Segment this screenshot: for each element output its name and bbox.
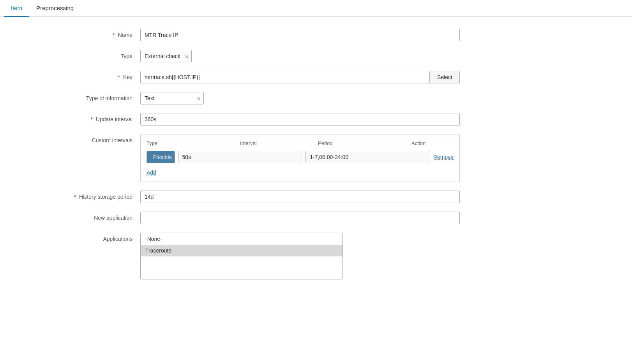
history-storage-required-star: * [74, 194, 76, 200]
ci-col-interval-header: Interval [240, 140, 318, 146]
key-row: * Key Select [16, 71, 530, 83]
type-select[interactable]: External check Zabbix agent SNMP JMX [140, 50, 192, 62]
type-control: External check Zabbix agent SNMP JMX ⬦ [140, 50, 460, 62]
custom-intervals-control: Type Interval Period Action Flexible Sch… [140, 134, 460, 182]
update-interval-row: * Update interval [16, 113, 530, 125]
ci-interval-input[interactable] [178, 151, 303, 163]
key-label: * Key [16, 71, 140, 80]
type-of-info-row: Type of information Text Numeric (unsign… [16, 92, 530, 104]
name-input[interactable] [140, 29, 460, 41]
name-control [140, 29, 460, 41]
update-interval-required-star: * [90, 116, 92, 122]
key-select-button[interactable]: Select [430, 71, 460, 83]
history-storage-input[interactable] [140, 191, 460, 203]
type-row: Type External check Zabbix agent SNMP JM… [16, 50, 530, 62]
tab-bar: Item Preprocessing [0, 0, 632, 17]
applications-control: -None- Traceroute [140, 233, 460, 279]
ci-col-period-header: Period [318, 140, 411, 146]
name-label: * Name [16, 29, 140, 38]
update-interval-control [140, 113, 460, 125]
type-of-info-select[interactable]: Text Numeric (unsigned) Numeric (float) … [140, 92, 204, 104]
ci-col-type-header: Type [147, 140, 240, 146]
new-application-control [140, 212, 460, 224]
ci-add-row: Add [147, 168, 454, 176]
applications-label: Applications [16, 233, 140, 242]
ci-flexible-btn[interactable]: Flexible [147, 151, 175, 163]
ci-type-toggle: Flexible Scheduling [147, 151, 175, 163]
history-storage-row: * History storage period [16, 191, 530, 203]
name-row: * Name [16, 29, 530, 41]
ci-period-input[interactable] [305, 151, 430, 163]
form-container: * Name Type External check Zabbix agent … [0, 17, 545, 300]
history-storage-label: * History storage period [16, 191, 140, 200]
ci-add-link[interactable]: Add [147, 170, 156, 176]
ci-col-action-header: Action [411, 140, 454, 146]
type-of-info-select-wrapper: Text Numeric (unsigned) Numeric (float) … [140, 92, 204, 104]
custom-intervals-box: Type Interval Period Action Flexible Sch… [140, 134, 460, 182]
tab-item[interactable]: Item [4, 0, 29, 17]
name-required-star: * [113, 32, 115, 38]
key-input[interactable] [140, 71, 430, 83]
history-storage-control [140, 191, 460, 203]
key-input-row: Select [140, 71, 460, 83]
type-of-info-label: Type of information [16, 92, 140, 101]
applications-list: -None- Traceroute [140, 233, 343, 279]
app-item-none[interactable]: -None- [141, 233, 342, 245]
app-item-traceroute[interactable]: Traceroute [141, 245, 342, 256]
custom-intervals-row: Custom intervals Type Interval Period Ac… [16, 134, 530, 182]
type-select-wrapper: External check Zabbix agent SNMP JMX ⬦ [140, 50, 192, 62]
applications-row: Applications -None- Traceroute [16, 233, 530, 279]
new-application-input[interactable] [140, 212, 460, 224]
custom-intervals-label: Custom intervals [16, 134, 140, 143]
tab-preprocessing[interactable]: Preprocessing [29, 0, 81, 17]
ci-remove-link[interactable]: Remove [433, 154, 454, 160]
update-interval-input[interactable] [140, 113, 460, 125]
ci-row: Flexible Scheduling Remove [147, 151, 454, 163]
new-application-label: New application [16, 212, 140, 221]
update-interval-label: * Update interval [16, 113, 140, 122]
type-of-info-control: Text Numeric (unsigned) Numeric (float) … [140, 92, 460, 104]
type-label: Type [16, 50, 140, 59]
new-application-row: New application [16, 212, 530, 224]
ci-header: Type Interval Period Action [147, 140, 454, 146]
key-control: Select [140, 71, 460, 83]
key-required-star: * [118, 74, 120, 80]
